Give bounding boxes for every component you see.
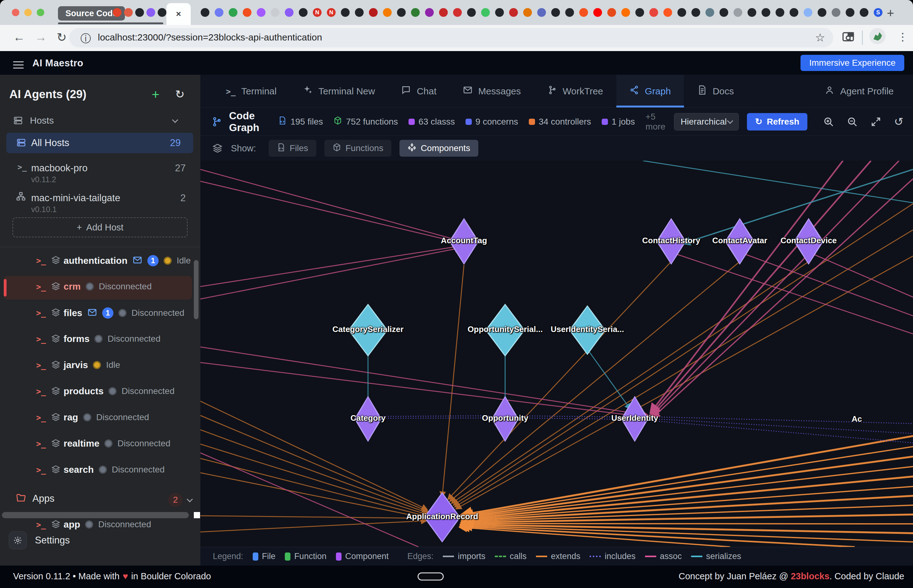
sidebar-item-realtime[interactable]: >_ realtime Disconnected — [4, 433, 192, 457]
graph-node-ContactDevice[interactable]: ContactDevice — [794, 218, 824, 265]
browser-tab-favicon[interactable] — [299, 8, 308, 17]
more-stats[interactable]: +5 more — [646, 112, 665, 132]
reset-view-icon[interactable]: ↺ — [894, 115, 903, 128]
tab-agent-profile[interactable]: Agent Profile — [811, 75, 907, 107]
sidebar-item-settings[interactable]: Settings — [9, 531, 70, 549]
graph-node-ApplicationRecord[interactable]: ApplicationRecord — [424, 492, 461, 543]
immersive-experience-button[interactable]: Immersive Experience — [801, 55, 904, 71]
sidebar-item-products[interactable]: >_ products Disconnected — [4, 381, 192, 404]
browser-tab-favicon[interactable] — [719, 8, 728, 17]
refresh-agents-icon[interactable]: ↻ — [175, 88, 185, 101]
layout-select[interactable]: Hierarchical — [674, 113, 739, 131]
sidebar-item-rag[interactable]: >_ rag Disconnected — [4, 407, 192, 430]
back-icon[interactable]: ← — [13, 31, 25, 44]
sidebar-item-all-hosts[interactable]: All Hosts 29 — [6, 132, 193, 153]
browser-tab-favicon[interactable] — [113, 8, 121, 17]
active-tab[interactable]: × — [167, 3, 191, 25]
show-toggle-components[interactable]: Components — [400, 140, 478, 157]
sidebar-item-macbook-pro[interactable]: >_ macbook-pro 27 — [18, 163, 192, 171]
chevron-down-icon[interactable] — [187, 496, 193, 502]
gear-icon[interactable] — [9, 531, 27, 549]
browser-tab-favicon[interactable] — [733, 8, 742, 17]
browser-tab-favicon[interactable] — [243, 8, 251, 17]
browser-tab-favicon[interactable] — [677, 8, 686, 17]
tab-docs[interactable]: Docs — [684, 75, 747, 107]
graph-node-Category[interactable]: Category — [354, 396, 382, 442]
add-agent-icon[interactable]: + — [152, 87, 160, 102]
zoom-out-icon[interactable] — [847, 116, 858, 128]
forward-icon[interactable]: → — [35, 31, 47, 44]
browser-tab-favicon[interactable] — [846, 8, 855, 17]
browser-tab-favicon[interactable] — [439, 8, 448, 17]
browser-tab-favicon[interactable] — [229, 8, 238, 17]
add-host-button[interactable]: + Add Host — [13, 217, 188, 237]
browser-tab-favicon[interactable] — [622, 8, 630, 17]
browser-tab-favicon[interactable] — [481, 8, 490, 17]
graph-canvas[interactable]: AccountTag ContactHistory ContactAvatar … — [200, 161, 913, 547]
scrollbar-thumb[interactable] — [2, 512, 189, 518]
browser-tab-favicon[interactable] — [124, 8, 133, 17]
browser-tab-favicon[interactable] — [817, 8, 826, 17]
profile-avatar[interactable] — [869, 28, 885, 44]
browser-tab-favicon[interactable] — [285, 8, 293, 17]
reload-icon[interactable]: ↻ — [57, 31, 67, 44]
refresh-graph-button[interactable]: ↻ Refresh — [747, 113, 807, 131]
browser-tab-favicon[interactable] — [425, 8, 434, 17]
browser-tab-favicon[interactable] — [523, 8, 532, 17]
graph-node-ContactHistory[interactable]: ContactHistory — [656, 218, 686, 265]
browser-tab-favicon[interactable] — [509, 8, 518, 17]
tab-chat[interactable]: Chat — [388, 75, 449, 107]
fullscreen-icon[interactable] — [870, 116, 882, 128]
omnibox[interactable]: ⓘ localhost:23000/?session=23blocks-api-… — [69, 28, 833, 47]
browser-tab-favicon[interactable] — [411, 8, 420, 17]
browser-tab-favicon[interactable] — [664, 8, 672, 17]
browser-tab-favicon[interactable] — [537, 8, 546, 17]
sidebar-item-jarvis[interactable]: >_ jarvis Idle — [4, 354, 192, 378]
browser-tab-favicon[interactable] — [860, 8, 868, 17]
hamburger-menu-icon[interactable] — [13, 59, 24, 71]
kebab-menu-icon[interactable]: ⋮ — [897, 31, 908, 43]
browser-tab-favicon[interactable] — [691, 8, 700, 17]
minimize-window-button[interactable] — [24, 9, 32, 16]
browser-tab-favicon[interactable] — [341, 8, 350, 17]
browser-tab-favicon[interactable] — [257, 8, 265, 17]
sidebar-item-search[interactable]: >_ search Disconnected — [4, 459, 192, 483]
browser-tab-favicon[interactable] — [565, 8, 574, 17]
browser-tab-favicon[interactable] — [369, 8, 378, 17]
graph-node-AccountTag[interactable]: AccountTag — [449, 218, 479, 265]
sidebar-item-authentication[interactable]: >_ authentication 1 Idle — [4, 250, 192, 273]
graph-node-UserIdentity[interactable]: UserIdentity — [621, 396, 648, 442]
graph-node-OpportunitySerial[interactable]: OpportunitySerial... — [485, 304, 525, 357]
hosts-section-header[interactable]: Hosts — [13, 115, 54, 126]
browser-tab-favicon[interactable] — [748, 8, 756, 17]
zoom-in-icon[interactable] — [823, 116, 834, 128]
sidebar-vertical-scrollbar[interactable] — [194, 260, 199, 319]
graph-node-CategorySerializer[interactable]: CategorySerializer — [348, 304, 388, 357]
browser-tab-favicon[interactable] — [593, 8, 602, 17]
browser-tab-favicon[interactable] — [271, 8, 280, 17]
browser-tab-favicon[interactable] — [551, 8, 560, 17]
browser-tab-favicon[interactable] — [706, 8, 714, 17]
show-toggle-functions[interactable]: Functions — [324, 140, 392, 157]
close-window-button[interactable] — [12, 9, 19, 16]
graph-node-ContactAvatar[interactable]: ContactAvatar — [725, 218, 755, 265]
tab-search-icon[interactable] — [841, 30, 855, 45]
browser-tab-favicon[interactable] — [775, 8, 784, 17]
browser-tab-favicon[interactable] — [355, 8, 364, 17]
browser-tab-favicon[interactable] — [579, 8, 588, 17]
site-info-icon[interactable]: ⓘ — [80, 31, 91, 46]
graph-node-partial[interactable]: Ac — [851, 414, 862, 424]
browser-tab-favicon[interactable] — [146, 8, 155, 17]
tab-terminal[interactable]: >_Terminal — [213, 75, 290, 107]
sidebar-item-forms[interactable]: >_ forms Disconnected — [4, 328, 192, 352]
show-toggle-files[interactable]: Files — [269, 140, 316, 157]
browser-tab-favicon[interactable] — [158, 8, 167, 17]
browser-tab-favicon[interactable] — [453, 8, 462, 17]
browser-tab-favicon[interactable] — [495, 8, 504, 17]
browser-tab-favicon[interactable] — [649, 8, 658, 17]
browser-tab-favicon[interactable] — [607, 8, 616, 17]
browser-tab-favicon[interactable]: S — [874, 8, 882, 17]
browser-tab-favicon[interactable] — [215, 8, 223, 17]
browser-tab-favicon[interactable] — [397, 8, 406, 17]
browser-tab-favicon[interactable] — [804, 8, 813, 17]
